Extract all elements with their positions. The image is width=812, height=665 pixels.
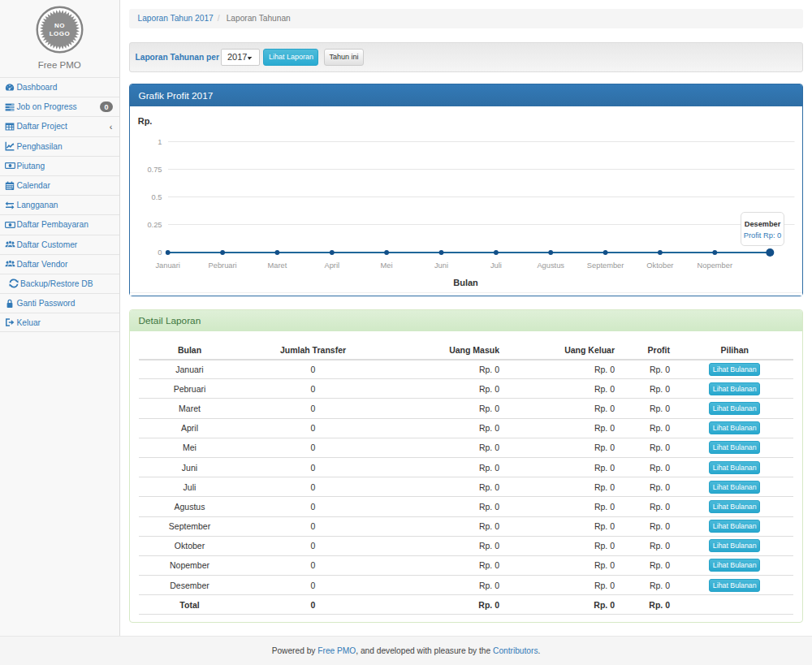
svg-text:Nopember: Nopember [697, 261, 732, 270]
svg-text:0.25: 0.25 [147, 221, 162, 229]
svg-text:0.75: 0.75 [147, 166, 162, 174]
svg-text:April: April [324, 261, 339, 270]
svg-text:Oktober: Oktober [646, 261, 673, 270]
svg-text:NO: NO [54, 22, 65, 29]
svg-text:September: September [586, 261, 623, 270]
svg-text:Mei: Mei [380, 261, 392, 270]
svg-text:Maret: Maret [267, 261, 287, 270]
svg-text:0: 0 [158, 248, 162, 257]
svg-text:0.5: 0.5 [151, 193, 162, 201]
svg-text:Juli: Juli [490, 261, 501, 270]
svg-text:Januari: Januari [155, 261, 180, 270]
svg-text:Juni: Juni [434, 261, 447, 270]
svg-text:LOGO: LOGO [49, 30, 70, 37]
svg-text:1: 1 [158, 138, 162, 146]
svg-text:Pebruari: Pebruari [208, 261, 236, 270]
svg-text:Agustus: Agustus [537, 261, 564, 270]
